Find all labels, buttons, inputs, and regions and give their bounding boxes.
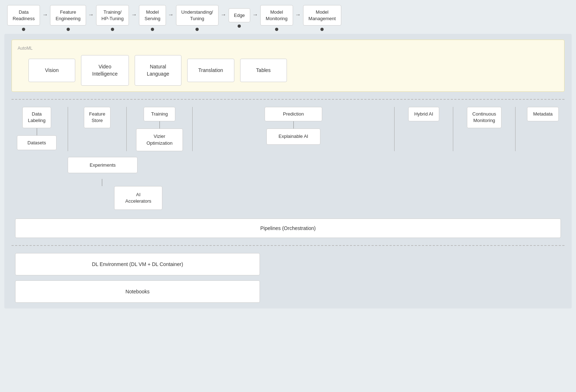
col-metadata: Metadata xyxy=(521,107,564,121)
header-hybrid-ai: Hybrid AI xyxy=(408,107,440,121)
pipeline-box-model-serving: ModelServing xyxy=(139,5,166,26)
arrow-7: → xyxy=(295,12,301,24)
experiments-row: Experiments xyxy=(12,157,564,173)
arrow-3: → xyxy=(131,12,137,24)
header-data-labeling: DataLabeling xyxy=(22,107,51,128)
vertex-section: DataLabeling Datasets FeatureStore Train… xyxy=(12,107,564,238)
pipeline-box-model-management: ModelManagement xyxy=(303,5,341,26)
ai-accelerators-box: AIAccelerators xyxy=(114,186,162,210)
pipeline-node-data-readiness: DataReadiness xyxy=(7,5,40,31)
pipelines-box: Pipelines (Orchestration) xyxy=(15,218,561,238)
pipeline-box-edge: Edge xyxy=(229,8,250,23)
col-continuous-monitoring: ContinuousMonitoring xyxy=(459,107,509,128)
automl-item-video-intelligence: VideoIntelligence xyxy=(81,55,129,86)
arrow-5: → xyxy=(221,12,226,24)
dashed-divider-1 xyxy=(12,99,564,100)
pipeline-node-edge: Edge xyxy=(229,8,250,28)
vline-prediction xyxy=(293,121,294,129)
vline-ai-acc xyxy=(102,179,102,186)
automl-items: Vision VideoIntelligence NaturalLanguage… xyxy=(18,55,558,86)
dl-environment-box: DL Environment (DL VM + DL Container) xyxy=(15,253,260,275)
pipeline-node-model-monitoring: ModelMonitoring xyxy=(260,5,293,31)
pipeline-dot-understanding-tuning xyxy=(195,28,199,31)
ai-accelerators-box-row: AIAccelerators xyxy=(12,186,564,210)
automl-item-natural-language: NaturalLanguage xyxy=(135,55,181,86)
vdivider-2 xyxy=(126,107,127,151)
inner-content: AutoML Vision VideoIntelligence NaturalL… xyxy=(4,34,572,308)
pipeline-box-feature-engineering: FeatureEngineering xyxy=(50,5,86,26)
notebooks-box: Notebooks xyxy=(15,280,260,303)
pipeline-dot-model-management xyxy=(320,28,324,31)
arrow-1: → xyxy=(42,12,48,24)
sub-datasets: Datasets xyxy=(17,135,57,150)
col-prediction: Prediction Explainable AI xyxy=(198,107,388,144)
pipeline-box-data-readiness: DataReadiness xyxy=(7,5,40,26)
pipeline-node-training-hp: Training/HP-Tuning xyxy=(96,5,129,31)
pipeline-dot-data-readiness xyxy=(22,28,25,31)
vline-training xyxy=(159,121,160,129)
automl-item-vision: Vision xyxy=(28,59,75,82)
pipeline-dot-edge xyxy=(238,24,241,28)
pipeline-dot-model-monitoring xyxy=(275,28,278,31)
pipeline-dot-training-hp xyxy=(111,28,114,31)
dashed-divider-2 xyxy=(12,245,564,246)
header-continuous-monitoring: ContinuousMonitoring xyxy=(467,107,501,128)
arrow-6: → xyxy=(252,12,258,24)
automl-item-translation: Translation xyxy=(187,59,234,82)
arrow-2: → xyxy=(88,12,94,24)
pipeline-box-training-hp: Training/HP-Tuning xyxy=(96,5,129,26)
vdivider-3 xyxy=(192,107,193,151)
pipeline-node-feature-engineering: FeatureEngineering xyxy=(50,5,86,31)
header-metadata: Metadata xyxy=(527,107,559,121)
header-prediction: Prediction xyxy=(265,107,322,121)
page: DataReadiness → FeatureEngineering → Tra… xyxy=(0,0,576,392)
pipelines-row: Pipelines (Orchestration) xyxy=(12,218,564,238)
bottom-section: DL Environment (DL VM + DL Container) No… xyxy=(12,253,564,303)
vdivider-1 xyxy=(68,107,68,151)
pipeline-node-understanding-tuning: Understanding/Tuning xyxy=(176,5,219,31)
ai-accelerators-row xyxy=(12,179,564,186)
vertex-headers: DataLabeling Datasets FeatureStore Train… xyxy=(12,107,564,151)
vdivider-6 xyxy=(515,107,516,151)
col-hybrid-ai: Hybrid AI xyxy=(400,107,447,121)
sub-vizier: VizierOptimization xyxy=(136,129,183,151)
pipeline-node-model-serving: ModelServing xyxy=(139,5,166,31)
vline-data-labeling xyxy=(37,128,37,135)
experiments-box: Experiments xyxy=(68,157,138,173)
pipeline-header: DataReadiness → FeatureEngineering → Tra… xyxy=(0,0,576,31)
col-feature-store: FeatureStore xyxy=(74,107,121,128)
col-data-labeling: DataLabeling Datasets xyxy=(12,107,62,150)
arrow-4: → xyxy=(168,12,174,24)
pipeline-dot-feature-engineering xyxy=(67,28,70,31)
automl-section: AutoML Vision VideoIntelligence NaturalL… xyxy=(12,40,564,92)
automl-label: AutoML xyxy=(18,46,558,51)
pipeline-node-model-management: ModelManagement xyxy=(303,5,341,31)
header-feature-store: FeatureStore xyxy=(84,107,111,128)
pipeline-box-understanding-tuning: Understanding/Tuning xyxy=(176,5,219,26)
header-training: Training xyxy=(144,107,175,121)
pipeline-dot-model-serving xyxy=(151,28,154,31)
automl-item-tables: Tables xyxy=(240,59,287,82)
vdivider-4 xyxy=(394,107,395,151)
vdivider-5 xyxy=(453,107,453,151)
pipeline-box-model-monitoring: ModelMonitoring xyxy=(260,5,293,26)
sub-explainable-ai: Explainable AI xyxy=(266,129,320,144)
col-training: Training VizierOptimization xyxy=(132,107,186,151)
